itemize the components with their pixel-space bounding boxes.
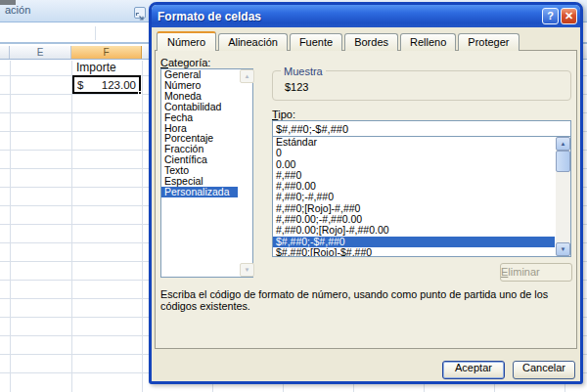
dialog-launcher-icon[interactable] <box>134 7 146 19</box>
category-scrollbar: ▲ ▼ <box>240 69 254 277</box>
currency-symbol: $ <box>77 79 83 91</box>
fill-handle[interactable] <box>138 91 142 95</box>
number-tab-page: Categoría: GeneralNúmeroMonedaContabilid… <box>155 50 577 349</box>
column-header-f[interactable]: F <box>71 46 142 59</box>
category-label: Categoría: <box>160 57 210 68</box>
tab[interactable]: Número <box>157 31 216 51</box>
type-listbox[interactable]: Estándar00.00#,##0#,##0.00#,##0;-#,##0#,… <box>272 136 571 257</box>
type-item[interactable]: Estándar <box>273 137 555 148</box>
category-item[interactable]: Fecha <box>161 112 238 123</box>
column-header-e[interactable]: E <box>10 46 71 59</box>
delete-button[interactable]: Eliminar <box>500 263 572 282</box>
tab[interactable]: Relleno <box>400 33 456 51</box>
close-icon[interactable]: ✕ <box>561 8 577 24</box>
scroll-down-icon: ▼ <box>240 263 254 277</box>
scroll-up-icon: ▲ <box>240 69 254 83</box>
dialog-title: Formato de celdas <box>155 10 540 23</box>
selected-cell-f2[interactable]: $ 123.00 <box>72 75 141 94</box>
type-scrollbar[interactable]: ▲ ▼ <box>556 137 570 256</box>
scroll-up-icon[interactable]: ▲ <box>556 137 570 151</box>
column-header-partial[interactable] <box>0 46 10 59</box>
name-box-divider <box>95 26 96 40</box>
sample-groupbox: Muestra $123 <box>272 70 571 101</box>
cancel-button[interactable]: Cancelar <box>513 361 575 379</box>
cell-value: 123.00 <box>102 79 136 91</box>
type-item[interactable]: 0 <box>273 148 555 158</box>
gridline <box>10 61 11 392</box>
sample-value: $123 <box>285 81 308 93</box>
dialog-titlebar[interactable]: Formato de celdas ? ✕ <box>152 5 580 27</box>
accept-button[interactable]: Aceptar <box>442 361 505 379</box>
type-label: Tipo: <box>272 109 295 120</box>
tab[interactable]: Alineación <box>218 33 288 51</box>
type-input[interactable] <box>272 120 571 137</box>
tab[interactable]: Bordes <box>344 33 398 51</box>
category-item[interactable]: Contabilidad <box>161 102 238 112</box>
tab[interactable]: Fuente <box>290 33 342 51</box>
ribbon-group-label: ación <box>5 4 30 16</box>
screen: ación E F Importe $ 123.00 Formato de ce… <box>0 0 587 392</box>
help-icon[interactable]: ? <box>542 8 559 24</box>
sample-group-label: Muestra <box>281 65 326 77</box>
format-cells-dialog: Formato de celdas ? ✕ NúmeroAlineaciónFu… <box>149 2 583 384</box>
type-item[interactable]: #,##0.00;[Rojo]-#,##0.00 <box>273 225 555 236</box>
cell-f1[interactable]: Importe <box>76 61 116 74</box>
dialog-tabs: NúmeroAlineaciónFuenteBordesRellenoProte… <box>157 31 521 51</box>
type-item[interactable]: $#,##0;[Rojo]-$#,##0 <box>273 247 555 257</box>
scroll-down-icon[interactable]: ▼ <box>556 242 570 256</box>
tab[interactable]: Proteger <box>458 33 519 51</box>
scrollbar-thumb[interactable] <box>556 151 570 172</box>
category-item[interactable]: Personalizada <box>161 187 238 197</box>
type-item[interactable]: 0.00 <box>273 159 555 170</box>
description-text: Escriba el código de formato de número, … <box>160 289 575 312</box>
